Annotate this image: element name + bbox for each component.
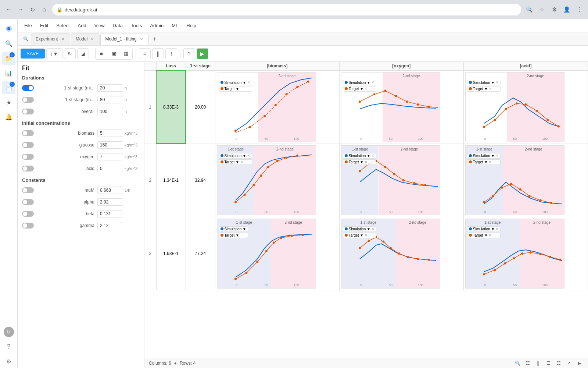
col-header-loss[interactable]: Loss bbox=[156, 62, 186, 70]
legend-target-oxygen-1[interactable]: Target ▼ ✕ bbox=[343, 86, 376, 92]
status-fit-icon[interactable]: ↗ bbox=[564, 359, 573, 368]
legend-target-acid-3[interactable]: Target ▼ ✕ bbox=[467, 233, 501, 238]
legend-target-acid-1[interactable]: Target ▼ ✕ bbox=[467, 86, 501, 92]
toggle-1st-stage-max[interactable] bbox=[22, 97, 34, 103]
legend-target-biomass-2[interactable]: Target ▼ ✕ bbox=[219, 159, 252, 165]
toggle-overall[interactable] bbox=[22, 109, 34, 114]
refresh-button-toolbar[interactable]: ↻ bbox=[64, 48, 76, 59]
status-search-icon[interactable]: 🔍 bbox=[513, 359, 522, 368]
refresh-button[interactable]: ↻ bbox=[27, 4, 37, 15]
sidebar-item-projects[interactable]: 📁 1 bbox=[2, 52, 15, 65]
tab-model-fitting[interactable]: Model_1 - fitting ✕ bbox=[100, 33, 148, 45]
sidebar-item-browse[interactable]: 🔍 bbox=[2, 37, 15, 50]
bookmark-button[interactable]: ☆ bbox=[537, 4, 547, 15]
sidebar-item-logo[interactable] bbox=[2, 22, 15, 35]
legend-simulation-biomass-1[interactable]: Simulation ▼ ✕ bbox=[219, 80, 252, 85]
search-browser-button[interactable]: 🔍 bbox=[524, 4, 534, 15]
legend-target-oxygen-3[interactable]: Target ▼ ✕ bbox=[343, 233, 376, 238]
card-view-button[interactable]: ▦ bbox=[121, 48, 132, 59]
tab-model[interactable]: Model ✕ bbox=[71, 33, 100, 45]
filter-button[interactable]: ◢ bbox=[77, 48, 89, 59]
menu-data[interactable]: Data bbox=[109, 21, 126, 30]
toggle-acid[interactable] bbox=[22, 166, 34, 171]
tab-model-fitting-close[interactable]: ✕ bbox=[139, 36, 144, 42]
toggle-alpha[interactable] bbox=[22, 199, 34, 205]
param-value-glucose[interactable] bbox=[97, 141, 123, 149]
param-value-1st-stage-min[interactable] bbox=[97, 84, 123, 92]
tab-experiment[interactable]: Experiment ✕ bbox=[31, 33, 70, 45]
status-sort-icon[interactable]: ☰ bbox=[544, 359, 553, 368]
toggle-muM[interactable] bbox=[22, 187, 34, 193]
col-header-oxygen[interactable]: [oxygen] bbox=[339, 62, 463, 70]
tab-search-icon[interactable]: 🔍 bbox=[21, 34, 31, 44]
sidebar-item-avatar[interactable]: U bbox=[2, 325, 15, 339]
status-terminal-icon[interactable]: ▶ bbox=[575, 359, 584, 368]
legend-target-biomass-3[interactable]: Target ▼ bbox=[219, 233, 248, 238]
download-button[interactable]: ↓▼ bbox=[46, 48, 62, 59]
menu-browser-button[interactable]: ⋮ bbox=[574, 4, 584, 15]
legend-simulation-oxygen-1[interactable]: Simulation ▼ ✕ bbox=[343, 80, 376, 85]
back-button[interactable]: ← bbox=[4, 4, 14, 15]
sidebar-item-favorites[interactable]: ★ bbox=[2, 96, 15, 109]
legend-simulation-oxygen-3[interactable]: Simulation ▼ ✕ bbox=[343, 226, 376, 232]
grid-view-button[interactable]: ■ bbox=[96, 48, 107, 59]
legend-simulation-oxygen-2[interactable]: Simulation ▼ ✕ bbox=[343, 153, 376, 159]
menu-admin[interactable]: Admin bbox=[146, 21, 167, 30]
legend-target-biomass-1[interactable]: Target ▼ bbox=[219, 86, 252, 92]
sidebar-item-data[interactable]: 📄 1 bbox=[2, 81, 15, 94]
address-bar[interactable]: 🔒 dev.datagrok.ai bbox=[52, 4, 521, 15]
param-value-oxygen[interactable] bbox=[97, 153, 123, 160]
menu-tools[interactable]: Tools bbox=[127, 21, 146, 30]
rows-button[interactable]: ≡ bbox=[139, 48, 151, 59]
run-button[interactable]: ▶ bbox=[197, 48, 208, 59]
toggle-gamma[interactable] bbox=[22, 223, 34, 229]
menu-help[interactable]: Help bbox=[183, 21, 200, 30]
legend-simulation-acid-3[interactable]: Simulation ▼ ✕ bbox=[467, 226, 501, 232]
param-value-alpha[interactable] bbox=[97, 198, 123, 206]
user-button[interactable]: 👤 bbox=[562, 4, 572, 15]
menu-file[interactable]: File bbox=[21, 21, 36, 30]
param-value-1st-stage-max[interactable] bbox=[97, 96, 123, 103]
toggle-1st-stage-min[interactable] bbox=[22, 85, 34, 91]
status-columns-icon[interactable]: ‖ bbox=[534, 359, 542, 368]
menu-edit[interactable]: Edit bbox=[36, 21, 52, 30]
param-value-biomass[interactable] bbox=[97, 130, 123, 137]
legend-target-acid-2[interactable]: Target ▼ ✕ bbox=[467, 159, 501, 165]
sidebar-item-settings[interactable]: ⚙ bbox=[2, 355, 15, 368]
legend-target-oxygen-2[interactable]: Target ▼ ✕ bbox=[343, 159, 376, 165]
forward-button[interactable]: → bbox=[15, 4, 26, 15]
legend-simulation-acid-2[interactable]: Simulation ▼ ✕ bbox=[467, 153, 501, 159]
cols-button[interactable]: ‖ bbox=[152, 48, 164, 59]
resize-button[interactable]: ⁞ bbox=[165, 48, 177, 59]
sidebar-item-help[interactable]: ? bbox=[2, 340, 15, 353]
tab-add-button[interactable]: + bbox=[150, 34, 160, 44]
menu-add[interactable]: Add bbox=[74, 21, 90, 30]
status-filter-icon[interactable]: ☷ bbox=[554, 359, 563, 368]
home-button[interactable]: ⌂ bbox=[39, 4, 49, 15]
toggle-biomass[interactable] bbox=[22, 130, 34, 136]
extensions-button[interactable]: ⚙ bbox=[549, 4, 559, 15]
col-header-stage[interactable]: 1-st stage bbox=[186, 62, 215, 70]
help-button-toolbar[interactable]: ? bbox=[183, 48, 195, 59]
menu-ml[interactable]: ML bbox=[168, 21, 182, 30]
col-header-biomass[interactable]: [biomass] bbox=[215, 62, 339, 70]
toggle-glucose[interactable] bbox=[22, 142, 34, 148]
toggle-oxygen[interactable] bbox=[22, 154, 34, 160]
sidebar-item-visualize[interactable]: 📊 bbox=[2, 66, 15, 79]
status-table-icon[interactable]: ☷ bbox=[523, 359, 532, 368]
tab-model-close[interactable]: ✕ bbox=[90, 36, 95, 42]
save-button[interactable]: SAVE bbox=[21, 49, 45, 59]
tab-experiment-close[interactable]: ✕ bbox=[60, 36, 65, 42]
menu-select[interactable]: Select bbox=[53, 21, 73, 30]
list-view-button[interactable]: ▣ bbox=[108, 48, 120, 59]
param-value-beta[interactable] bbox=[97, 210, 123, 217]
legend-simulation-biomass-2[interactable]: Simulation ▼ ✕ bbox=[219, 153, 252, 159]
legend-simulation-acid-1[interactable]: Simulation ▼ ✕ bbox=[467, 80, 501, 85]
toggle-beta[interactable] bbox=[22, 211, 34, 217]
param-value-acid[interactable] bbox=[97, 165, 123, 172]
col-header-acid[interactable]: [acid] bbox=[463, 62, 588, 70]
grid-content[interactable]: Loss 1-st stage [biomass] [oxygen] [acid… bbox=[144, 62, 588, 358]
param-value-muM[interactable] bbox=[97, 187, 123, 194]
param-value-overall[interactable] bbox=[97, 108, 123, 115]
sidebar-item-notifications[interactable]: 🔔 bbox=[2, 110, 15, 124]
